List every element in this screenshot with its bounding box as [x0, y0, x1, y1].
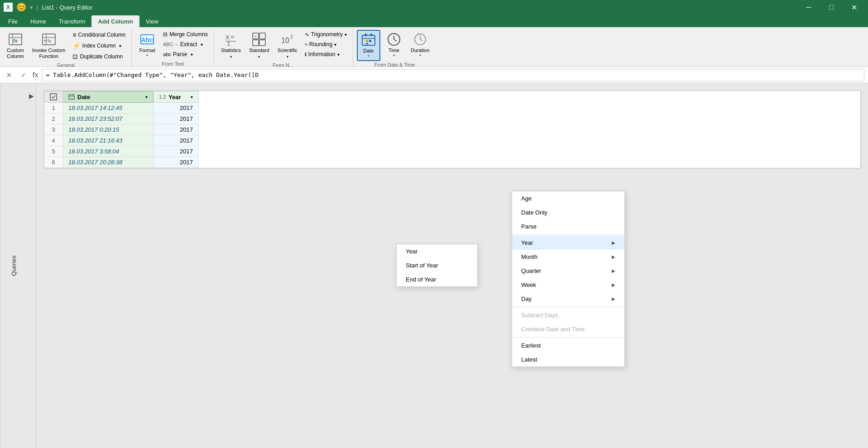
date-menu-age[interactable]: Age [512, 191, 624, 205]
svg-rect-27 [369, 40, 371, 42]
statistics-label: Statistics▾ [221, 48, 241, 59]
duration-icon [413, 32, 427, 47]
svg-text:X: X [225, 34, 230, 41]
date-cell-5: 18.03.2017 3:58:04 [63, 146, 153, 157]
year-submenu-start[interactable]: Start of Year [397, 258, 477, 272]
queries-label: Queries [10, 255, 17, 276]
information-button[interactable]: ℹ Information ▾ [302, 50, 349, 59]
rounding-icon: ≈ [305, 42, 307, 47]
tab-add-column[interactable]: Add Column [91, 15, 139, 27]
date-menu-divider-3 [512, 337, 624, 338]
queries-panel[interactable]: Queries [0, 83, 27, 448]
formula-fx-icon: fx [33, 71, 38, 79]
svg-rect-41 [70, 94, 71, 96]
conditional-column-button[interactable]: ≡ Conditional Column [70, 30, 128, 40]
from-text-group-items: Abc Format ▾ ⊟ Merge Columns ABC→ Extrac… [135, 30, 210, 60]
extract-button[interactable]: ABC→ Extract ▾ [161, 40, 210, 49]
rounding-button[interactable]: ≈ Rounding ▾ [302, 40, 349, 49]
tab-file[interactable]: File [2, 15, 24, 27]
title-bar: X 😊 ▾ | List1 - Query Editor ─ □ ✕ [0, 0, 868, 14]
date-menu-year[interactable]: Year ▶ [512, 236, 624, 250]
date-menu-month[interactable]: Month ▶ [512, 250, 624, 264]
formula-confirm-button[interactable]: ✓ [18, 70, 29, 81]
ribbon-group-from-text: Abc Format ▾ ⊟ Merge Columns ABC→ Extrac… [132, 29, 214, 67]
duplicate-column-button[interactable]: ⊡ Duplicate Column [70, 52, 128, 62]
from-number-group-items: X σ Σ Statistics▾ ÷ [218, 30, 349, 62]
svg-rect-25 [370, 33, 372, 36]
trig-arrow: ▾ [345, 32, 347, 37]
date-menu-subtract-days: Subtract Days [512, 308, 624, 322]
table-row: 5 18.03.2017 3:58:04 2017 [44, 146, 199, 157]
merge-columns-icon: ⊟ [163, 31, 168, 38]
from-number-group-label: From N… [218, 62, 349, 69]
date-menu-quarter[interactable]: Quarter ▶ [512, 264, 624, 278]
formula-input[interactable] [42, 69, 864, 81]
quarter-submenu-arrow: ▶ [612, 268, 615, 273]
date-menu-parse[interactable]: Parse [512, 219, 624, 234]
time-button[interactable]: Time ▾ [382, 30, 406, 60]
date-menu-earliest[interactable]: Earliest [512, 338, 624, 353]
table-row: 4 18.03.2017 21:16:43 2017 [44, 135, 199, 146]
custom-column-button[interactable]: fx CustomColumn [4, 30, 27, 62]
invoke-custom-function-button[interactable]: fx ↩ Invoke CustomFunction [29, 30, 68, 62]
general-group-label: General [4, 62, 128, 69]
table-header-selector [50, 93, 57, 100]
date-menu-week[interactable]: Week ▶ [512, 278, 624, 292]
year-col-label: Year [168, 94, 181, 100]
svg-text:Σ: Σ [227, 41, 230, 47]
year-cell-6: 2017 [153, 157, 199, 168]
year-col-dropdown[interactable]: ▾ [191, 95, 193, 100]
svg-rect-17 [253, 40, 259, 46]
date-menu-latest[interactable]: Latest [512, 353, 624, 367]
svg-rect-39 [69, 95, 74, 100]
from-datetime-group-label: From Date & Time [357, 61, 433, 68]
rounding-arrow: ▾ [334, 42, 336, 47]
date-col-dropdown[interactable]: ▾ [145, 95, 148, 100]
trigonometry-button[interactable]: ∿ Trigonometry ▾ [302, 30, 349, 39]
collapse-icon[interactable]: ▶ [29, 92, 34, 100]
extract-icon: ABC→ [163, 42, 178, 47]
date-menu-date-only[interactable]: Date Only [512, 205, 624, 219]
table-row: 6 18.03.2017 20:28:38 2017 [44, 157, 199, 168]
duration-button[interactable]: Duration ▾ [408, 30, 433, 60]
date-cell-3: 18.03.2017 0:20:15 [63, 124, 153, 135]
index-column-arrow: ▾ [119, 43, 121, 48]
trig-label: Trigonometry [311, 31, 343, 38]
format-button[interactable]: Abc Format ▾ [135, 30, 159, 60]
row-num-1: 1 [44, 103, 63, 114]
statistics-button[interactable]: X σ Σ Statistics▾ [218, 30, 244, 62]
duplicate-column-icon: ⊡ [72, 53, 78, 60]
standard-button[interactable]: ÷ Standard▾ [246, 30, 273, 62]
row-num-3: 3 [44, 124, 63, 135]
time-label: Time ▾ [388, 48, 399, 58]
from-text-group-label: From Text [135, 60, 210, 67]
scientific-button[interactable]: 10 2 Scientific▾ [274, 30, 301, 62]
statistics-icon: X σ Σ [224, 32, 238, 47]
row-num-2: 2 [44, 114, 63, 124]
tab-transform[interactable]: Transform [53, 15, 92, 27]
year-submenu-end[interactable]: End of Year [397, 272, 477, 286]
date-col-icon [68, 94, 75, 100]
year-submenu-year[interactable]: Year [397, 244, 477, 258]
date-cell-6: 18.03.2017 20:28:38 [63, 157, 153, 168]
date-label: Date ▾ [363, 48, 374, 58]
date-button[interactable]: Date ▾ [357, 30, 380, 61]
formula-cancel-button[interactable]: ✕ [4, 70, 14, 81]
standard-label: Standard▾ [249, 48, 269, 59]
merge-columns-button[interactable]: ⊟ Merge Columns [161, 30, 210, 39]
ribbon-group-general: fx CustomColumn fx ↩ Invoke CustomFuncti [0, 29, 132, 67]
window-controls: ─ □ ✕ [798, 0, 864, 14]
maximize-button[interactable]: □ [821, 0, 842, 14]
svg-text:↩: ↩ [44, 38, 48, 43]
tab-view[interactable]: View [139, 15, 165, 27]
scientific-icon: 10 2 [280, 32, 295, 47]
close-button[interactable]: ✕ [844, 0, 864, 14]
date-menu-day[interactable]: Day ▶ [512, 292, 624, 306]
time-icon [387, 32, 401, 47]
index-column-button[interactable]: ⚡ Index Column ▾ [70, 41, 128, 51]
general-small-buttons: ≡ Conditional Column ⚡ Index Column ▾ ⊡ … [70, 30, 128, 62]
parse-button[interactable]: abc Parse ▾ [161, 50, 210, 59]
tab-home[interactable]: Home [24, 15, 53, 27]
minimize-button[interactable]: ─ [798, 0, 819, 14]
svg-line-38 [53, 95, 55, 98]
